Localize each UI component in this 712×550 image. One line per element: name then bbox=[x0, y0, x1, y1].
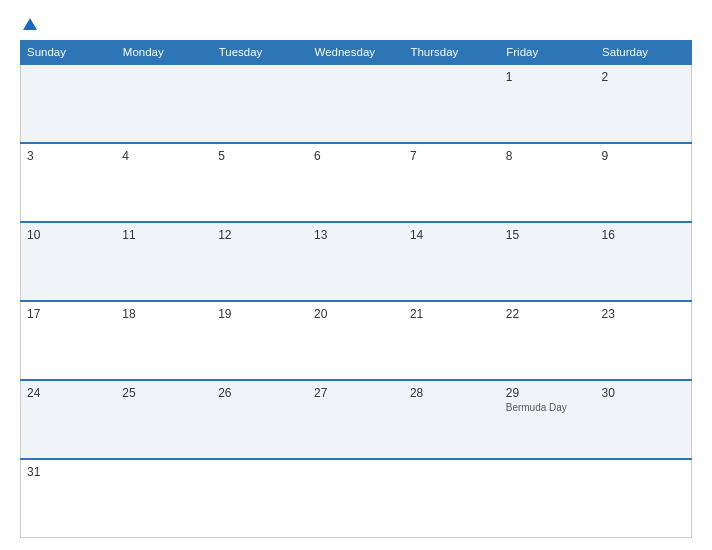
header-monday: Monday bbox=[116, 41, 212, 65]
calendar-week-row: 31 bbox=[21, 459, 692, 538]
header-friday: Friday bbox=[500, 41, 596, 65]
logo-blue-text bbox=[20, 18, 37, 30]
calendar-cell bbox=[116, 459, 212, 538]
day-header-row: Sunday Monday Tuesday Wednesday Thursday… bbox=[21, 41, 692, 65]
day-number: 7 bbox=[410, 149, 494, 163]
day-number: 23 bbox=[602, 307, 685, 321]
day-number: 31 bbox=[27, 465, 110, 479]
logo-triangle-icon bbox=[23, 18, 37, 30]
calendar-cell bbox=[212, 64, 308, 143]
day-number: 11 bbox=[122, 228, 206, 242]
day-number: 21 bbox=[410, 307, 494, 321]
header-saturday: Saturday bbox=[596, 41, 692, 65]
calendar-week-row: 242526272829Bermuda Day30 bbox=[21, 380, 692, 459]
header-sunday: Sunday bbox=[21, 41, 117, 65]
calendar-cell: 4 bbox=[116, 143, 212, 222]
day-number: 5 bbox=[218, 149, 302, 163]
calendar-cell bbox=[308, 64, 404, 143]
calendar-cell bbox=[21, 64, 117, 143]
day-number: 9 bbox=[602, 149, 685, 163]
calendar-cell: 29Bermuda Day bbox=[500, 380, 596, 459]
day-number: 14 bbox=[410, 228, 494, 242]
calendar-cell: 26 bbox=[212, 380, 308, 459]
calendar-cell: 14 bbox=[404, 222, 500, 301]
day-number: 6 bbox=[314, 149, 398, 163]
day-number: 19 bbox=[218, 307, 302, 321]
calendar-page: Sunday Monday Tuesday Wednesday Thursday… bbox=[0, 0, 712, 550]
calendar-cell: 20 bbox=[308, 301, 404, 380]
day-number: 22 bbox=[506, 307, 590, 321]
calendar-cell: 3 bbox=[21, 143, 117, 222]
day-number: 25 bbox=[122, 386, 206, 400]
header-thursday: Thursday bbox=[404, 41, 500, 65]
day-number: 18 bbox=[122, 307, 206, 321]
calendar-cell: 21 bbox=[404, 301, 500, 380]
header bbox=[20, 18, 692, 30]
calendar-cell: 15 bbox=[500, 222, 596, 301]
calendar-cell: 28 bbox=[404, 380, 500, 459]
header-wednesday: Wednesday bbox=[308, 41, 404, 65]
day-number: 13 bbox=[314, 228, 398, 242]
logo bbox=[20, 18, 37, 30]
calendar-cell bbox=[404, 459, 500, 538]
calendar-cell: 5 bbox=[212, 143, 308, 222]
calendar-cell: 17 bbox=[21, 301, 117, 380]
calendar-cell: 10 bbox=[21, 222, 117, 301]
calendar-cell: 23 bbox=[596, 301, 692, 380]
calendar-cell: 19 bbox=[212, 301, 308, 380]
calendar-cell: 9 bbox=[596, 143, 692, 222]
calendar-cell: 31 bbox=[21, 459, 117, 538]
calendar-cell: 7 bbox=[404, 143, 500, 222]
calendar-cell: 25 bbox=[116, 380, 212, 459]
day-number: 12 bbox=[218, 228, 302, 242]
day-number: 2 bbox=[602, 70, 685, 84]
day-number: 28 bbox=[410, 386, 494, 400]
day-number: 20 bbox=[314, 307, 398, 321]
calendar-cell bbox=[596, 459, 692, 538]
calendar-week-row: 17181920212223 bbox=[21, 301, 692, 380]
calendar-cell bbox=[500, 459, 596, 538]
calendar-cell: 16 bbox=[596, 222, 692, 301]
day-number: 1 bbox=[506, 70, 590, 84]
calendar-week-row: 12 bbox=[21, 64, 692, 143]
day-number: 4 bbox=[122, 149, 206, 163]
calendar-cell: 6 bbox=[308, 143, 404, 222]
calendar-cell: 24 bbox=[21, 380, 117, 459]
calendar-week-row: 3456789 bbox=[21, 143, 692, 222]
day-number: 10 bbox=[27, 228, 110, 242]
day-number: 16 bbox=[602, 228, 685, 242]
calendar-cell: 2 bbox=[596, 64, 692, 143]
event-label: Bermuda Day bbox=[506, 402, 590, 413]
calendar-cell: 11 bbox=[116, 222, 212, 301]
calendar-week-row: 10111213141516 bbox=[21, 222, 692, 301]
calendar-cell: 27 bbox=[308, 380, 404, 459]
calendar-cell bbox=[404, 64, 500, 143]
calendar-cell: 1 bbox=[500, 64, 596, 143]
calendar-cell: 8 bbox=[500, 143, 596, 222]
calendar-table: Sunday Monday Tuesday Wednesday Thursday… bbox=[20, 40, 692, 538]
calendar-cell: 13 bbox=[308, 222, 404, 301]
calendar-cell: 22 bbox=[500, 301, 596, 380]
day-number: 24 bbox=[27, 386, 110, 400]
day-number: 15 bbox=[506, 228, 590, 242]
calendar-cell bbox=[308, 459, 404, 538]
day-number: 17 bbox=[27, 307, 110, 321]
calendar-cell: 18 bbox=[116, 301, 212, 380]
day-number: 3 bbox=[27, 149, 110, 163]
day-number: 29 bbox=[506, 386, 590, 400]
day-number: 26 bbox=[218, 386, 302, 400]
day-number: 30 bbox=[602, 386, 685, 400]
day-number: 27 bbox=[314, 386, 398, 400]
header-tuesday: Tuesday bbox=[212, 41, 308, 65]
calendar-cell: 30 bbox=[596, 380, 692, 459]
calendar-cell: 12 bbox=[212, 222, 308, 301]
calendar-cell bbox=[116, 64, 212, 143]
calendar-cell bbox=[212, 459, 308, 538]
day-number: 8 bbox=[506, 149, 590, 163]
